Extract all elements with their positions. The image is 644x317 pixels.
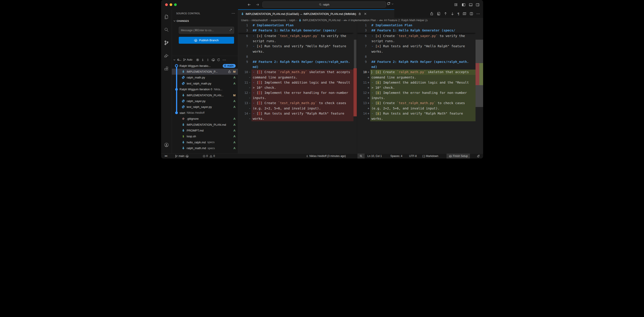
more-actions-icon[interactable]: ⋯ bbox=[222, 58, 226, 62]
diff-line[interactable]: script runs. bbox=[357, 38, 476, 44]
diff-line[interactable]: +works. bbox=[357, 116, 476, 121]
diff-line[interactable]: 12+- [x] Implement the error handling fo… bbox=[357, 90, 476, 95]
close-tab-icon[interactable] bbox=[364, 12, 367, 15]
line-content[interactable]: > 10" check. bbox=[370, 85, 476, 90]
diff-line[interactable]: -(e.g. 2+2, 5+6, and invalid input). bbox=[238, 106, 354, 111]
line-content[interactable]: works. bbox=[370, 49, 476, 54]
line-content[interactable]: ## Feature 2: Ralph Math Helper (specs/r… bbox=[370, 59, 476, 64]
file-row[interactable]: ralph_math.pyA bbox=[172, 75, 238, 80]
diff-line[interactable]: works. bbox=[238, 49, 354, 54]
diff-line[interactable]: 8 bbox=[238, 54, 354, 59]
file-row[interactable]: IMPLEMENTATION_PLAN...M bbox=[172, 92, 238, 98]
diff-line[interactable]: +(e.g. 2+2, 5+6, and invalid input). bbox=[357, 106, 476, 111]
zoom-window-button[interactable] bbox=[174, 3, 177, 6]
diff-line[interactable]: md) bbox=[238, 64, 354, 69]
language-mode-item[interactable]: { } Markdown bbox=[423, 154, 438, 158]
line-content[interactable]: ## Feature 1: Hello Ralph Generator (spe… bbox=[252, 28, 354, 33]
cloud-upload-icon[interactable] bbox=[211, 58, 215, 62]
finish-setup-item[interactable]: Finish Setup bbox=[446, 154, 470, 158]
graph-auto-toggle[interactable]: Auto bbox=[183, 58, 192, 61]
line-content[interactable]: - [ ] Implement the error handling for n… bbox=[252, 90, 354, 95]
refresh-icon[interactable] bbox=[217, 58, 220, 61]
diff-line[interactable]: script runs. bbox=[238, 38, 354, 44]
diff-line[interactable]: 6- [x] Create `test_ralph_sayer.py` to v… bbox=[238, 33, 354, 38]
diff-line[interactable]: 1# Implementation Plan bbox=[357, 23, 476, 28]
line-content[interactable]: - [x] Create `ralph_math.py` skeleton th… bbox=[370, 69, 476, 75]
diff-line[interactable]: 10-- [ ] Create `ralph_math.py` skeleton… bbox=[238, 69, 354, 75]
branch-status-item[interactable]: main bbox=[175, 154, 189, 158]
changes-section-header[interactable]: CHANGES bbox=[173, 20, 189, 22]
more-actions-icon[interactable]: ⋯ bbox=[476, 11, 480, 16]
commit-info-status-item[interactable]: Niklas Heidloff (3 minutes ago) bbox=[306, 154, 346, 158]
editor-lines[interactable]: 6- [x] Create `test_ralph_sayer.py` to v… bbox=[238, 33, 354, 121]
line-content[interactable] bbox=[370, 54, 476, 59]
breadcrumb-item[interactable]: Users bbox=[241, 19, 248, 22]
file-row[interactable]: IMPLEMENTATION_PLAN.mdA bbox=[172, 122, 238, 127]
line-content[interactable]: - [x] Run tests and verify "Ralph Math" … bbox=[370, 111, 476, 116]
indentation-item[interactable]: Spaces: 4 bbox=[390, 154, 402, 158]
diff-line[interactable]: -> 10" check. bbox=[238, 85, 354, 90]
sparkle-ai-icon[interactable] bbox=[229, 28, 232, 32]
copilot-chat-button[interactable] bbox=[387, 2, 394, 6]
diff-line[interactable]: 14+- [x] Run tests and verify "Ralph Mat… bbox=[357, 111, 476, 116]
commit-message-input[interactable] bbox=[179, 27, 234, 34]
diff-line[interactable]: md) bbox=[357, 64, 476, 69]
breadcrumb-item[interactable]: experiments bbox=[271, 19, 286, 22]
diff-line[interactable]: 11+- [x] Implement the addition logic an… bbox=[357, 80, 476, 85]
line-content[interactable]: - [ ] Create `ralph_math.py` skeleton th… bbox=[252, 69, 354, 75]
line-content[interactable]: md) bbox=[252, 64, 354, 69]
split-editor-icon[interactable] bbox=[470, 12, 473, 15]
file-row[interactable]: test_ralph_sayer.pyA bbox=[172, 104, 238, 110]
line-content[interactable]: works. bbox=[370, 116, 476, 121]
diff-line[interactable]: +inputs. bbox=[357, 95, 476, 100]
line-content[interactable]: - [x] Implement the error handling for n… bbox=[370, 90, 476, 95]
line-content[interactable]: md) bbox=[370, 64, 476, 69]
diff-line[interactable]: 7- [x] Run tests and verify "Hello Ralph… bbox=[357, 44, 476, 49]
toggle-primary-sidebar-icon[interactable] bbox=[462, 3, 466, 7]
line-content[interactable]: - [x] Create `test_ralph_sayer.py` to ve… bbox=[370, 33, 476, 38]
diff-line[interactable]: 10+- [x] Create `ralph_math.py` skeleton… bbox=[357, 69, 476, 75]
command-center-search[interactable]: ralph bbox=[262, 1, 386, 7]
line-content[interactable]: script runs. bbox=[252, 38, 354, 44]
breadcrumb-item[interactable]: abc## Feature 2: Ralph Math Helper (s bbox=[379, 19, 428, 22]
line-content[interactable]: (e.g. 2+2, 5+6, and invalid input). bbox=[252, 106, 354, 111]
publish-branch-button[interactable]: Publish Branch bbox=[179, 37, 234, 44]
diff-line[interactable]: -inputs. bbox=[238, 95, 354, 100]
line-content[interactable]: - [ ] Implement the addition logic and t… bbox=[252, 80, 354, 85]
customize-layout-icon[interactable] bbox=[454, 3, 458, 6]
file-row[interactable]: .gitignoreA bbox=[172, 116, 238, 122]
open-changes-icon[interactable] bbox=[430, 12, 434, 15]
line-content[interactable]: works. bbox=[252, 116, 354, 121]
diff-line[interactable]: +command line arguments. bbox=[357, 75, 476, 80]
tab-implementation-plan-diff[interactable]: IMPLEMENTATION_PLAN.md (51a03a5) ↔ IMPLE… bbox=[238, 9, 394, 18]
open-file-icon[interactable] bbox=[228, 70, 231, 73]
diff-line[interactable]: 1# Implementation Plan bbox=[238, 23, 354, 28]
commit-row[interactable]: Ralph Wiggum Iteration 0Nikla... bbox=[172, 86, 238, 92]
source-control-icon[interactable] bbox=[161, 38, 172, 48]
close-window-button[interactable] bbox=[165, 3, 168, 6]
diff-line[interactable]: 6- [x] Create `test_ralph_sayer.py` to v… bbox=[357, 33, 476, 38]
more-actions-icon[interactable]: ⋯ bbox=[232, 11, 235, 15]
line-content[interactable]: - [x] Run tests and verify "Hello Ralph"… bbox=[252, 44, 354, 49]
fetch-icon[interactable] bbox=[201, 58, 204, 61]
file-row[interactable]: test_ralph_math.pyA bbox=[172, 80, 238, 86]
file-row[interactable]: ralph_math.mdspecsA bbox=[172, 145, 238, 151]
line-content[interactable]: - [ ] Run tests and verify "Ralph Math" … bbox=[252, 111, 354, 116]
line-content[interactable]: ## Feature 1: Hello Ralph Generator (spe… bbox=[370, 28, 476, 33]
diff-line[interactable]: 3## Feature 1: Hello Ralph Generator (sp… bbox=[357, 28, 476, 33]
line-content[interactable]: - [x] Create `test_ralph_math.py` to che… bbox=[370, 100, 476, 106]
diff-line[interactable]: 8 bbox=[357, 54, 476, 59]
line-content[interactable]: # Implementation Plan bbox=[370, 23, 476, 28]
minimize-window-button[interactable] bbox=[170, 3, 172, 6]
scrollbar-original[interactable] bbox=[354, 23, 357, 153]
next-change-icon[interactable] bbox=[450, 12, 454, 15]
diff-line[interactable]: 13-- [ ] Create `test_ralph_math.py` to … bbox=[238, 100, 354, 106]
breadcrumb-item[interactable]: ralph bbox=[289, 19, 295, 22]
toggle-panel-icon[interactable] bbox=[469, 3, 472, 7]
zoom-status-item[interactable] bbox=[358, 154, 364, 158]
chevron-down-icon[interactable] bbox=[173, 59, 176, 61]
scrollbar-modified[interactable] bbox=[476, 23, 483, 153]
encoding-item[interactable]: UTF-8 bbox=[409, 154, 417, 158]
navigate-back-button[interactable] bbox=[246, 2, 252, 7]
search-icon[interactable] bbox=[161, 25, 172, 35]
